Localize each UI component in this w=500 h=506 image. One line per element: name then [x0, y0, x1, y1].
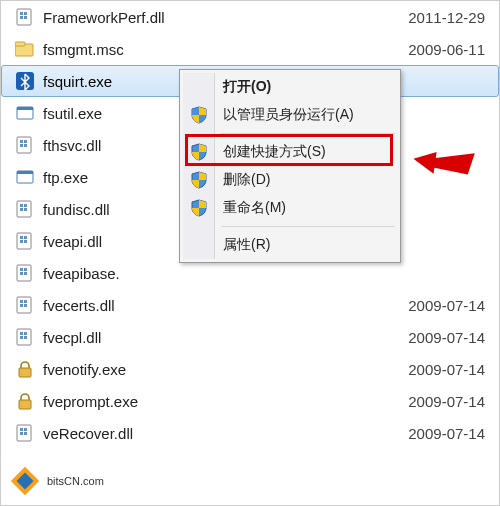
svg-rect-23: [20, 236, 23, 239]
svg-rect-9: [17, 107, 33, 110]
watermark-text: bitsCN.com: [47, 475, 104, 487]
file-date: 2009-07-14: [408, 425, 491, 442]
svg-rect-46: [24, 428, 27, 431]
svg-rect-29: [24, 268, 27, 271]
file-date: 2009-07-14: [408, 393, 491, 410]
file-row[interactable]: fvecpl.dll 2009-07-14: [1, 321, 499, 353]
svg-rect-4: [24, 16, 27, 19]
menu-create-shortcut[interactable]: 创建快捷方式(S): [183, 138, 397, 166]
svg-rect-31: [24, 272, 27, 275]
shield-icon: [190, 199, 208, 217]
menu-label: 属性(R): [223, 236, 270, 254]
file-name: fveapibase.: [43, 265, 491, 282]
svg-rect-16: [17, 171, 33, 174]
dll-icon: [15, 295, 35, 315]
menu-separator: [221, 226, 395, 227]
svg-rect-1: [20, 12, 23, 15]
menu-label: 重命名(M): [223, 199, 286, 217]
file-date: 2009-06-11: [408, 41, 491, 58]
svg-rect-12: [24, 140, 27, 143]
file-name: fvenotify.exe: [43, 361, 408, 378]
shield-icon: [190, 143, 208, 161]
menu-open[interactable]: 打开(O): [183, 73, 397, 101]
bluetooth-icon: [15, 71, 35, 91]
shield-icon: [190, 106, 208, 124]
dll-icon: [15, 263, 35, 283]
svg-rect-48: [24, 432, 27, 435]
menu-run-admin[interactable]: 以管理员身份运行(A): [183, 101, 397, 129]
file-name: veRecover.dll: [43, 425, 408, 442]
svg-rect-36: [24, 304, 27, 307]
svg-rect-13: [20, 144, 23, 147]
svg-rect-43: [19, 400, 31, 409]
menu-label: 以管理员身份运行(A): [223, 106, 354, 124]
menu-label: 打开(O): [223, 78, 271, 96]
file-row[interactable]: FrameworkPerf.dll 2011-12-29: [1, 1, 499, 33]
svg-rect-39: [24, 332, 27, 335]
file-row[interactable]: fveprompt.exe 2009-07-14: [1, 385, 499, 417]
dll-icon: [15, 423, 35, 443]
file-name: fvecerts.dll: [43, 297, 408, 314]
svg-rect-25: [20, 240, 23, 243]
svg-rect-26: [24, 240, 27, 243]
svg-rect-2: [24, 12, 27, 15]
lock-exe-icon: [15, 359, 35, 379]
file-date: 2009-07-14: [408, 329, 491, 346]
watermark: bitsCN.com: [7, 463, 104, 499]
exe-icon: [15, 103, 35, 123]
menu-separator: [221, 133, 395, 134]
menu-properties[interactable]: 属性(R): [183, 231, 397, 259]
dll-icon: [15, 327, 35, 347]
file-name: fveprompt.exe: [43, 393, 408, 410]
menu-rename[interactable]: 重命名(M): [183, 194, 397, 222]
menu-delete[interactable]: 删除(D): [183, 166, 397, 194]
dll-icon: [15, 231, 35, 251]
svg-rect-45: [20, 428, 23, 431]
file-name: fvecpl.dll: [43, 329, 408, 346]
exe-icon: [15, 167, 35, 187]
file-row[interactable]: veRecover.dll 2009-07-14: [1, 417, 499, 449]
dll-icon: [15, 199, 35, 219]
msc-icon: [15, 39, 35, 59]
shield-icon: [190, 171, 208, 189]
file-date: 2011-12-29: [408, 9, 491, 26]
svg-rect-11: [20, 140, 23, 143]
svg-rect-38: [20, 332, 23, 335]
svg-rect-34: [24, 300, 27, 303]
menu-label: 创建快捷方式(S): [223, 143, 326, 161]
svg-rect-18: [20, 204, 23, 207]
svg-rect-40: [20, 336, 23, 339]
context-menu: 打开(O) 以管理员身份运行(A) 创建快捷方式(S) 删除(D) 重命名(M)…: [179, 69, 401, 263]
svg-rect-14: [24, 144, 27, 147]
svg-rect-20: [20, 208, 23, 211]
svg-rect-41: [24, 336, 27, 339]
file-row[interactable]: fvecerts.dll 2009-07-14: [1, 289, 499, 321]
svg-rect-21: [24, 208, 27, 211]
svg-rect-28: [20, 268, 23, 271]
svg-rect-42: [19, 368, 31, 377]
svg-rect-24: [24, 236, 27, 239]
svg-rect-19: [24, 204, 27, 207]
file-row[interactable]: fsmgmt.msc 2009-06-11: [1, 33, 499, 65]
watermark-logo-icon: [7, 463, 43, 499]
svg-rect-35: [20, 304, 23, 307]
svg-rect-30: [20, 272, 23, 275]
svg-rect-6: [15, 42, 25, 46]
svg-rect-47: [20, 432, 23, 435]
menu-label: 删除(D): [223, 171, 270, 189]
file-name: FrameworkPerf.dll: [43, 9, 408, 26]
lock-exe-icon: [15, 391, 35, 411]
file-name: fsmgmt.msc: [43, 41, 408, 58]
svg-rect-33: [20, 300, 23, 303]
file-date: 2009-07-14: [408, 297, 491, 314]
svg-rect-3: [20, 16, 23, 19]
dll-icon: [15, 7, 35, 27]
file-row[interactable]: fvenotify.exe 2009-07-14: [1, 353, 499, 385]
file-date: 2009-07-14: [408, 361, 491, 378]
dll-icon: [15, 135, 35, 155]
